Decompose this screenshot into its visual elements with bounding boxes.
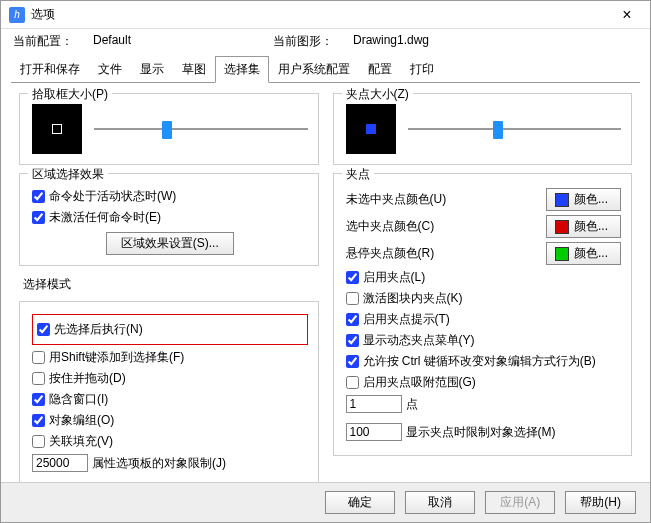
gripsize-slider[interactable]	[408, 119, 622, 139]
area-select-group: 区域选择效果 命令处于活动状态时(W) 未激活任何命令时(E) 区域效果设置(S…	[19, 173, 319, 266]
range-label: 点	[406, 396, 418, 413]
tab-selection[interactable]: 选择集	[215, 56, 269, 83]
area-opt-active[interactable]: 命令处于活动状态时(W)	[32, 188, 308, 205]
cancel-button[interactable]: 取消	[405, 491, 475, 514]
current-drawing-label: 当前图形：	[273, 33, 353, 50]
limit-label: 属性选项板的对象限制(J)	[92, 455, 226, 472]
tab-bar: 打开和保存 文件 显示 草图 选择集 用户系统配置 配置 打印	[1, 56, 650, 83]
display-limit-input[interactable]	[346, 423, 402, 441]
window-title: 选项	[31, 6, 612, 23]
mode-assoc-hatch[interactable]: 关联填充(V)	[32, 433, 308, 450]
highlight-rect: 先选择后执行(N)	[32, 314, 308, 345]
apply-button[interactable]: 应用(A)	[485, 491, 555, 514]
grips-group: 夹点 未选中夹点颜色(U) 颜色... 选中夹点颜色(C) 颜色... 悬停夹点…	[333, 173, 633, 456]
ctrl-cycle[interactable]: 允许按 Ctrl 键循环改变对象编辑方式行为(B)	[346, 353, 622, 370]
limit-input[interactable]	[32, 454, 88, 472]
area-legend: 区域选择效果	[28, 166, 108, 183]
pickbox-legend: 拾取框大小(P)	[28, 86, 112, 103]
gripsize-legend: 夹点大小(Z)	[342, 86, 413, 103]
area-opt-inactive[interactable]: 未激活任何命令时(E)	[32, 209, 308, 226]
hover-color-button[interactable]: 颜色...	[546, 242, 621, 265]
gripsize-group: 夹点大小(Z)	[333, 93, 633, 165]
grip-snap-range[interactable]: 启用夹点吸附范围(G)	[346, 374, 622, 391]
current-config-label: 当前配置：	[13, 33, 93, 50]
mode-implied-window[interactable]: 隐含窗口(I)	[32, 391, 308, 408]
gripsize-preview	[346, 104, 396, 154]
mode-object-group[interactable]: 对象编组(O)	[32, 412, 308, 429]
selected-color-button[interactable]: 颜色...	[546, 215, 621, 238]
hover-color-label: 悬停夹点颜色(R)	[346, 245, 435, 262]
mode-press-drag[interactable]: 按住并拖动(D)	[32, 370, 308, 387]
unselected-color-button[interactable]: 颜色...	[546, 188, 621, 211]
mode-shift-add[interactable]: 用Shift键添加到选择集(F)	[32, 349, 308, 366]
selected-color-label: 选中夹点颜色(C)	[346, 218, 435, 235]
enable-grips[interactable]: 启用夹点(L)	[346, 269, 622, 286]
ok-button[interactable]: 确定	[325, 491, 395, 514]
unselected-color-label: 未选中夹点颜色(U)	[346, 191, 447, 208]
mode-noun-verb[interactable]: 先选择后执行(N)	[37, 321, 303, 338]
tab-user-pref[interactable]: 用户系统配置	[269, 56, 359, 83]
tab-draft[interactable]: 草图	[173, 56, 215, 83]
tab-display[interactable]: 显示	[131, 56, 173, 83]
pickbox-group: 拾取框大小(P)	[19, 93, 319, 165]
current-config-value: Default	[93, 33, 273, 50]
tab-print[interactable]: 打印	[401, 56, 443, 83]
app-icon: h	[9, 7, 25, 23]
grips-legend: 夹点	[342, 166, 374, 183]
close-icon[interactable]: ×	[612, 6, 642, 24]
tab-profile[interactable]: 配置	[359, 56, 401, 83]
dyn-grip-menu[interactable]: 显示动态夹点菜单(Y)	[346, 332, 622, 349]
tab-open-save[interactable]: 打开和保存	[11, 56, 89, 83]
area-settings-button[interactable]: 区域效果设置(S)...	[106, 232, 234, 255]
grip-tips[interactable]: 启用夹点提示(T)	[346, 311, 622, 328]
block-grips[interactable]: 激活图块内夹点(K)	[346, 290, 622, 307]
range-input[interactable]	[346, 395, 402, 413]
select-mode-group: 先选择后执行(N) 用Shift键添加到选择集(F) 按住并拖动(D) 隐含窗口…	[19, 301, 319, 487]
pickbox-slider[interactable]	[94, 119, 308, 139]
help-button[interactable]: 帮助(H)	[565, 491, 636, 514]
pickbox-preview	[32, 104, 82, 154]
display-limit-label: 显示夹点时限制对象选择(M)	[406, 424, 556, 441]
current-drawing-value: Drawing1.dwg	[353, 33, 533, 50]
mode-legend: 选择模式	[23, 276, 319, 293]
tab-files[interactable]: 文件	[89, 56, 131, 83]
